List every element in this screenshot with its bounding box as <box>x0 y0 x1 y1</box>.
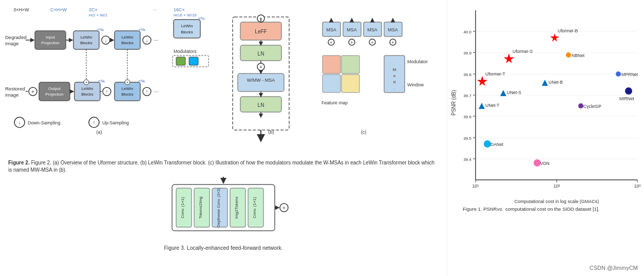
grid-bl <box>323 75 340 93</box>
figure1-vs-text: vs. <box>497 206 503 212</box>
lewin-block-center-text: LeWin <box>181 24 193 28</box>
xn2b-label: ×N₂ <box>138 79 145 83</box>
arch-diagram: 3×H×W C×H×W 2C× H/2 × W/2 ··· 16C× H/16 … <box>4 4 443 158</box>
ln-text-2: LN <box>258 102 264 108</box>
figure1-caption-text: Figure 1. PSNR <box>463 206 497 212</box>
lewin-block-2 <box>115 31 140 49</box>
figure2-title: Figure 2. <box>8 160 30 165</box>
y-axis-label: PSNR (dB) <box>451 90 457 115</box>
dim-label-5: 16C× <box>174 7 185 12</box>
unet-s-label: UNet-S <box>507 90 521 95</box>
ln-text-1: LN <box>258 51 264 57</box>
lewin-block-bot-1 <box>74 82 100 101</box>
xtick-1000-label: 10³ <box>634 183 640 189</box>
lewin-block-1 <box>73 31 99 49</box>
dim-label-3b: H/2 × W/2 <box>89 13 107 17</box>
danet-label: DANet <box>490 142 504 147</box>
ytick-399-label: 39.9 <box>463 51 471 56</box>
mirnet-dot <box>625 87 632 95</box>
xtick-100-label: 10² <box>553 183 560 189</box>
unet-s-triangle <box>500 90 506 96</box>
xn2-label: ×N₂ <box>139 27 145 32</box>
modulator-label-v: M <box>393 67 396 72</box>
up-sampling-label: Up-Sampling <box>102 120 129 125</box>
dim-label-3: 2C× <box>89 7 98 12</box>
msa-text-2: MSA <box>347 27 357 32</box>
lewin-block-1-text2: Blocks <box>80 41 92 45</box>
lewin-block-1-text: LeWin <box>81 35 92 40</box>
mprnet-label: MPRNet <box>621 72 638 77</box>
main-container: 3×H×W C×H×W 2C× H/2 × W/2 ··· 16C× H/16 … <box>0 0 644 276</box>
uformer-b-star <box>550 33 559 42</box>
dim-label-2: C×H×W <box>50 7 67 12</box>
unet-b-triangle <box>542 80 548 86</box>
output-projection-text2: Projection <box>45 92 64 97</box>
leff-conv1-text: Conv. (1×1) <box>180 197 185 218</box>
down-sample-1-arrow: ↓ <box>105 38 107 43</box>
dots-top: ··· <box>154 38 158 43</box>
xn1b-label: ×N₁ <box>98 79 105 83</box>
input-projection-text2: Projection <box>41 41 60 45</box>
restored-image-label2: Image <box>5 92 18 98</box>
restored-image-label: Restored <box>5 86 25 91</box>
msa-text-3: MSA <box>367 27 377 32</box>
architecture-svg: 3×H×W C×H×W 2C× H/2 × W/2 ··· 16C× H/16 … <box>4 4 446 158</box>
modulator-block-1 <box>176 57 185 65</box>
chart-svg: PSNR (dB) Computational cost in log scal… <box>447 0 644 252</box>
unet-t-label: UNet-T <box>485 103 499 108</box>
watermark: CSDN @JimmyCM <box>590 265 638 271</box>
dots-bottom: ··· <box>154 89 158 95</box>
msa-text-4: MSA <box>388 27 398 32</box>
degraded-image-label: Degraded <box>5 34 27 40</box>
uformer-s-label: Uformer-S <box>513 49 533 54</box>
modulator-side-label: Modulator <box>407 59 428 64</box>
leff-depthwise-text: Depthwise Conv. (3×3) <box>216 188 221 227</box>
lewin-block-bot-1-text2: Blocks <box>81 92 93 97</box>
xn1-label: ×N₁ <box>97 27 104 32</box>
down-samp-icon-text: ↓ <box>18 120 21 125</box>
modulator-block-2 <box>189 57 198 65</box>
bottom-leff-section: Conv. (1×1) Tokens2Img Depthwise Conv. (… <box>4 177 443 251</box>
down-sample-2-arrow: ↓ <box>146 38 148 43</box>
modulator-label-v4: . <box>394 86 395 90</box>
label-a: (a) <box>97 130 102 135</box>
up-sample-2-arrow: ↑ <box>146 89 148 95</box>
mprnet-dot <box>616 71 621 77</box>
lewin-block-center-text2: Blocks <box>181 30 193 34</box>
ytick-396-label: 39.6 <box>463 115 471 119</box>
output-projection-block <box>39 82 70 101</box>
figure3-caption: Figure 3. Locally-enhanced feed-forward … <box>164 245 282 251</box>
ytick-394-label: 39.4 <box>463 157 471 162</box>
vdn-dot <box>534 159 541 167</box>
modulator-label-v3: d <box>393 80 395 84</box>
output-projection-text: Output <box>48 86 61 91</box>
input-projection-text: Input <box>46 35 55 40</box>
figure3-caption-text: Figure 3. Locally-enhanced feed-forward … <box>164 245 282 251</box>
nbnet-dot <box>566 52 571 58</box>
input-projection-block <box>35 31 66 49</box>
modulator-label-v2: o <box>393 73 396 78</box>
degraded-image-label2: Image <box>5 41 18 46</box>
dim-label-4: ··· <box>153 7 157 12</box>
plus-skip-2-text: + <box>126 80 129 85</box>
danet-dot <box>484 140 491 148</box>
plus-msa-1-text: + <box>330 40 332 45</box>
lewin-block-2-text: LeWin <box>122 35 134 40</box>
xna-label: ×Nₐ <box>198 16 205 21</box>
leff-img2tokens-text: Img2Tokens <box>234 196 239 218</box>
grid-tl <box>323 56 340 73</box>
plus-msa-4-text: + <box>391 40 394 45</box>
label-c: (c) <box>361 130 367 135</box>
lewin-block-2-text2: Blocks <box>121 41 134 45</box>
uformer-s-star <box>504 54 514 63</box>
x-axis-label: Computational cost in log scale (GMACs) <box>515 199 599 204</box>
cycleisp-label: CycleISP <box>583 104 601 109</box>
feature-map-label: Feature map <box>321 100 348 105</box>
plus-msa-2-text: + <box>350 40 353 45</box>
lewin-block-bot-2-text2: Blocks <box>121 92 134 97</box>
xtick-10-label: 10¹ <box>472 183 479 189</box>
figure2-caption: Figure 2. Figure 2. (a) Overview of the … <box>4 158 443 176</box>
ytick-395-label: 39.5 <box>463 136 471 141</box>
unet-b-label: UNet-B <box>548 80 563 85</box>
left-section: 3×H×W C×H×W 2C× H/2 × W/2 ··· 16C× H/16 … <box>0 0 447 276</box>
